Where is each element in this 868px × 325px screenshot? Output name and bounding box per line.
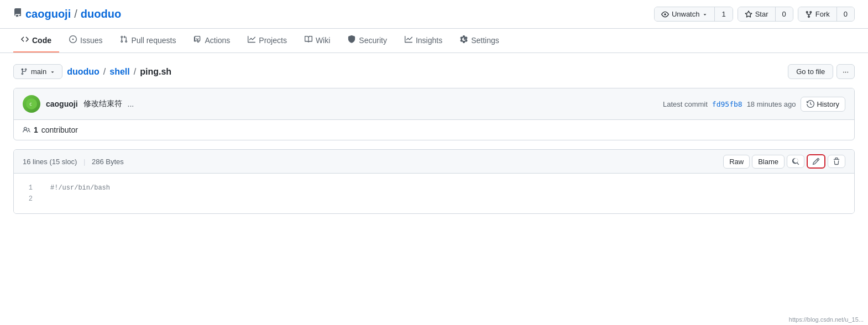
commit-meta: Latest commit fd95fb8 18 minutes ago His… [663,97,845,112]
tab-code-label: Code [32,36,51,45]
fork-button[interactable]: Fork [798,7,837,21]
commit-hash[interactable]: fd95fb8 [712,100,742,108]
breadcrumb-repo[interactable]: duoduo [67,67,100,77]
page-header: caoguoji / duoduo Unwatch 1 [0,0,868,29]
file-size: 286 Bytes [92,158,124,166]
settings-icon [460,35,468,45]
code-icon [21,35,29,45]
repo-name[interactable]: duoduo [81,8,121,20]
breadcrumb-sep-1: / [103,67,106,77]
author-avatar: c [23,95,40,113]
blame-button[interactable]: Blame [752,155,785,169]
edit-button[interactable] [807,154,825,169]
tab-pull-requests-label: Pull requests [131,36,176,45]
code-line-1: 1 #!/usr/bin/bash [14,182,854,193]
breadcrumb-shell[interactable]: shell [109,67,129,77]
fork-label: Fork [815,10,830,18]
commit-ellipsis: ... [128,99,134,108]
unwatch-group: Unwatch 1 [654,7,733,22]
fork-group: Fork 0 [798,7,855,22]
main-content: main duoduo / shell / ping.sh Go to file… [0,53,868,225]
breadcrumb-file: ping.sh [140,67,171,77]
line-number-1: 1 [14,182,41,193]
tab-code[interactable]: Code [13,29,59,53]
delete-button[interactable] [828,155,845,168]
goto-file-button[interactable]: Go to file [788,64,833,79]
monitor-button[interactable] [787,155,804,168]
branch-button[interactable]: main [13,64,62,79]
file-content-header: 16 lines (15 sloc) | 286 Bytes Raw Blame [14,150,854,174]
meta-separator: | [83,158,85,166]
breadcrumb-section: main duoduo / shell / ping.sh [13,64,171,79]
security-icon [348,35,355,45]
code-area: 1 #!/usr/bin/bash 2 [14,174,854,213]
repo-nav: Code Issues Pull requests Actions [0,29,868,53]
star-button[interactable]: Star [738,7,776,21]
commit-author-name[interactable]: caoguoji [46,99,78,108]
file-toolbar: Raw Blame [723,154,845,169]
commit-box: c caoguoji 修改结束符 ... Latest commit fd95f… [13,88,855,140]
commit-message-text: 修改结束符 [83,99,122,109]
tab-security-label: Security [359,36,387,45]
branch-name: main [31,67,46,76]
pull-request-icon [120,35,128,45]
tab-actions-label: Actions [205,36,230,45]
svg-text:c: c [29,102,32,107]
issues-icon [69,35,77,45]
repo-title: caoguoji / duoduo [13,8,121,20]
actions-icon [194,35,201,45]
breadcrumb: duoduo / shell / ping.sh [67,67,171,77]
file-nav-row: main duoduo / shell / ping.sh Go to file… [13,64,855,79]
history-label: History [817,100,839,108]
tab-settings-label: Settings [471,36,499,45]
commit-time: 18 minutes ago [747,100,796,108]
tab-pull-requests[interactable]: Pull requests [112,29,184,53]
star-label: Star [755,10,768,18]
tab-projects-label: Projects [259,36,287,45]
contributor-label: contributor [41,125,78,134]
star-count[interactable]: 0 [776,7,793,21]
file-meta: 16 lines (15 sloc) | 286 Bytes [23,158,124,166]
history-button[interactable]: History [801,97,845,112]
contributor-count: 1 [34,125,38,134]
repo-owner[interactable]: caoguoji [25,8,71,20]
unwatch-label: Unwatch [672,10,700,18]
tab-insights[interactable]: Insights [397,29,450,53]
tab-wiki[interactable]: Wiki [297,29,338,53]
tab-issues[interactable]: Issues [61,29,110,53]
wiki-icon [305,35,312,45]
repo-separator: / [74,8,77,20]
line-number-2: 2 [14,193,41,205]
projects-icon [248,35,255,45]
file-lines-info: 16 lines (15 sloc) [23,158,77,166]
unwatch-count[interactable]: 1 [715,7,732,21]
commit-author-section: c caoguoji 修改结束符 ... [23,95,134,113]
tab-security[interactable]: Security [340,29,395,53]
raw-button[interactable]: Raw [723,155,750,169]
commit-header: c caoguoji 修改结束符 ... Latest commit fd95f… [14,88,854,120]
header-actions: Unwatch 1 Star 0 [654,7,855,22]
more-options-button[interactable]: ··· [836,64,855,79]
tab-projects[interactable]: Projects [240,29,295,53]
contributor-row: 1 contributor [14,120,854,140]
fork-count[interactable]: 0 [837,7,854,21]
tab-settings[interactable]: Settings [452,29,507,53]
file-actions: Go to file ··· [788,64,855,79]
repo-icon [13,8,22,20]
breadcrumb-sep-2: / [134,67,136,77]
insights-icon [405,35,412,45]
latest-commit-label: Latest commit [663,100,708,108]
tab-actions[interactable]: Actions [186,29,238,53]
tab-wiki-label: Wiki [316,36,330,45]
file-content-box: 16 lines (15 sloc) | 286 Bytes Raw Blame [13,149,855,214]
unwatch-button[interactable]: Unwatch [655,7,715,21]
tab-insights-label: Insights [416,36,442,45]
code-line-2: 2 [14,193,854,205]
star-group: Star 0 [738,7,793,22]
tab-issues-label: Issues [80,36,102,45]
line-content-1: #!/usr/bin/bash [41,182,119,193]
